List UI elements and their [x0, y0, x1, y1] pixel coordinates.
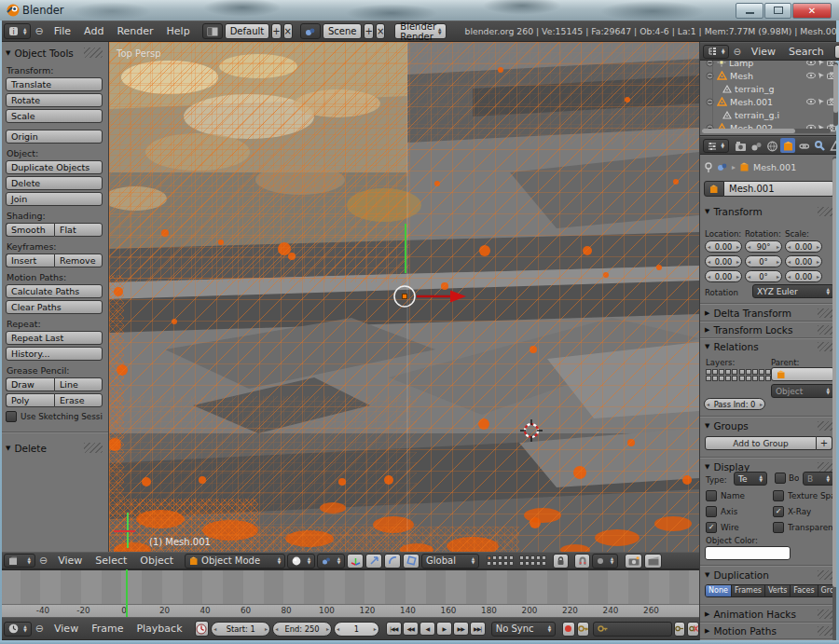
texture-spa-checkbox[interactable] [773, 490, 784, 501]
tab-constraints[interactable] [796, 138, 811, 153]
layer-cell[interactable] [492, 555, 497, 560]
close-button[interactable]: ✕ [792, 3, 832, 19]
button-repeat-last[interactable]: Repeat Last [6, 331, 103, 345]
play-button[interactable]: ▶ [436, 622, 452, 636]
preview-range-button[interactable] [195, 621, 210, 637]
button-scale[interactable]: Scale [6, 109, 103, 123]
duplication-option-none[interactable]: None [706, 585, 732, 596]
add-screen-layout-button[interactable]: + [271, 23, 281, 39]
auto-keyframe-button[interactable] [562, 622, 574, 637]
button-origin[interactable]: Origin [6, 130, 103, 144]
outliner-row-terrain-g[interactable]: terrain_g [700, 82, 839, 95]
scale-field-2[interactable]: ◂0.00▸ [785, 270, 822, 282]
menu-playback[interactable]: Playback [130, 623, 188, 635]
tab-modifiers[interactable] [812, 138, 827, 153]
groups-panel-header[interactable]: ▼Groups [700, 418, 839, 433]
layer-cell[interactable] [732, 369, 737, 375]
delete-panel-header[interactable]: ▼ Delete [6, 441, 103, 456]
pass-index-field[interactable]: ◂Pass Ind: 0▸ [704, 398, 765, 410]
parent-field[interactable] [771, 367, 834, 381]
outliner-vscrollbar[interactable] [833, 62, 838, 126]
button-line[interactable]: Line [54, 377, 103, 391]
delete-keyframe-button[interactable] [687, 622, 699, 637]
frame-end-field[interactable]: ◂End: 250▸ [272, 622, 332, 637]
button-insert[interactable]: Insert [6, 253, 54, 267]
relations-layers-grid-2[interactable] [739, 369, 771, 381]
layer-cell[interactable] [719, 376, 724, 381]
menu-file[interactable]: File [48, 25, 77, 37]
manipulator-translate-toggle[interactable] [347, 554, 364, 569]
menu-view[interactable]: View [51, 555, 89, 567]
layer-cell[interactable] [706, 376, 711, 381]
layer-cell[interactable] [530, 555, 535, 560]
layer-cell[interactable] [719, 369, 724, 375]
collapse-menus-icon[interactable]: ⊖ [34, 623, 46, 635]
button-translate[interactable]: Translate [6, 77, 103, 91]
layer-cell[interactable] [492, 561, 497, 566]
maximize-button[interactable] [764, 3, 791, 19]
render-engine-select[interactable]: Blender Render ▲▼ [394, 23, 447, 39]
layer-cell[interactable] [487, 555, 491, 560]
layer-cell[interactable] [725, 369, 731, 375]
sketching-checkbox[interactable] [6, 411, 17, 422]
timeline-ruler[interactable]: -40-200204060801001201401601802002202402… [0, 604, 699, 617]
layer-cell[interactable] [732, 376, 737, 381]
layer-cell[interactable] [509, 555, 514, 560]
layer-cell[interactable] [752, 369, 758, 375]
layer-cell[interactable] [509, 561, 514, 566]
menu-search[interactable]: Search [782, 46, 831, 58]
add-group-plus-button[interactable]: + [817, 436, 832, 450]
lock-layers-button[interactable] [553, 554, 569, 569]
layer-cell[interactable] [503, 555, 508, 560]
button-duplicate-objects[interactable]: Duplicate Objects [6, 160, 103, 174]
pivot-select[interactable]: ▲▼ [317, 554, 345, 569]
add-scene-button[interactable]: + [364, 23, 373, 39]
delete-screen-layout-button[interactable]: × [283, 23, 293, 39]
delete-scene-button[interactable]: × [376, 23, 385, 39]
layer-cell[interactable] [536, 555, 541, 560]
bounds-type-select[interactable]: B▲▼ [803, 472, 834, 486]
layer-cell[interactable] [759, 369, 764, 375]
layer-cell[interactable] [487, 561, 491, 566]
layer-cell[interactable] [746, 376, 751, 381]
button-clear-paths[interactable]: Clear Paths [6, 300, 103, 314]
duplication-option-faces[interactable]: Faces [791, 585, 818, 596]
selectability-cursor-icon[interactable] [818, 98, 825, 105]
screen-layout-name-field[interactable]: Default [225, 23, 270, 39]
button-calculate-paths[interactable]: Calculate Paths [6, 284, 103, 298]
motion-paths-panel-header[interactable]: ▶Motion Paths [700, 623, 839, 638]
button-rotate[interactable]: Rotate [6, 93, 103, 107]
collapse-menus-icon[interactable]: ⊖ [37, 555, 49, 567]
collapse-menus-icon[interactable]: ⊖ [731, 47, 742, 57]
layer-cell[interactable] [503, 561, 508, 566]
outliner-row-mesh[interactable]: Mesh [700, 69, 839, 82]
transform-locks-panel-header[interactable]: ▶Transform Locks [700, 322, 839, 337]
location-field-1[interactable]: ◂0.00▸ [705, 255, 742, 267]
scale-field-1[interactable]: ◂0.00▸ [785, 255, 822, 267]
layer-cell[interactable] [739, 376, 745, 381]
keying-button[interactable] [577, 622, 589, 637]
manipulator-arrow-toggle[interactable] [365, 554, 382, 569]
display-type-select[interactable]: Te▲▼ [734, 472, 767, 486]
viewport-layers-grid-1[interactable] [487, 555, 514, 566]
menu-select[interactable]: Select [89, 555, 133, 567]
button-erase[interactable]: Erase [54, 393, 103, 407]
menu-render[interactable]: Render [110, 25, 159, 37]
layer-cell[interactable] [498, 555, 502, 560]
bounds-checkbox[interactable] [775, 473, 786, 484]
layer-cell[interactable] [739, 369, 745, 375]
layer-cell[interactable] [519, 561, 524, 566]
screen-layout-icon-button[interactable] [202, 23, 223, 39]
fast-forward-button[interactable]: ▶▶ [453, 622, 469, 636]
location-field-0[interactable]: ◂0.00▸ [705, 240, 742, 253]
relations-panel-header[interactable]: ▼Relations [700, 339, 839, 354]
layer-cell[interactable] [498, 561, 502, 566]
layer-cell[interactable] [536, 561, 541, 566]
timeline-editor-type-selector[interactable]: ▲▼ [4, 622, 32, 637]
location-field-2[interactable]: ◂0.00▸ [705, 270, 742, 282]
visibility-eye-icon[interactable] [806, 72, 816, 79]
pin-icon[interactable] [704, 162, 713, 172]
current-frame-marker[interactable] [126, 569, 128, 617]
timeline-tracks[interactable] [0, 569, 699, 604]
button-remove[interactable]: Remove [54, 253, 103, 267]
